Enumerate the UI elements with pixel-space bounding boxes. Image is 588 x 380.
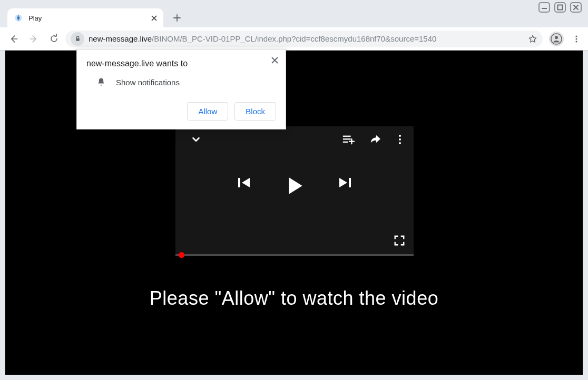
permission-allow-button[interactable]: Allow — [187, 102, 228, 121]
browser-toolbar: new-message.live/BINOM/B_PC-VID-01PP_CL/… — [0, 27, 588, 51]
window-minimize-button[interactable] — [538, 2, 550, 13]
svg-rect-1 — [558, 5, 563, 10]
window-close-button[interactable] — [570, 2, 582, 13]
bell-icon — [96, 77, 106, 87]
share-icon[interactable] — [369, 134, 381, 145]
permission-block-button[interactable]: Block — [234, 102, 276, 121]
svg-point-13 — [399, 135, 401, 137]
svg-point-8 — [575, 38, 577, 39]
tab-favicon-icon — [14, 13, 23, 23]
window-controls — [538, 2, 582, 13]
browser-menu-button[interactable] — [570, 35, 583, 43]
nav-reload-button[interactable] — [45, 31, 62, 47]
site-info-lock-icon[interactable] — [71, 32, 84, 46]
add-to-queue-icon[interactable] — [342, 134, 355, 145]
svg-rect-11 — [343, 138, 351, 139]
tab-strip: Play — [0, 7, 588, 27]
svg-rect-16 — [238, 178, 240, 187]
tab-title: Play — [28, 14, 146, 22]
nav-back-button[interactable] — [5, 31, 22, 47]
svg-point-9 — [575, 41, 577, 42]
next-track-icon[interactable] — [337, 175, 353, 197]
player-menu-icon[interactable] — [396, 134, 404, 145]
svg-point-15 — [399, 142, 401, 144]
progress-thumb[interactable] — [179, 252, 184, 258]
address-bar[interactable]: new-message.live/BINOM/B_PC-VID-01PP_CL/… — [65, 31, 543, 47]
svg-point-14 — [399, 138, 401, 141]
svg-point-3 — [17, 17, 20, 19]
svg-rect-0 — [542, 8, 547, 9]
previous-track-icon[interactable] — [236, 175, 252, 197]
svg-rect-4 — [76, 38, 80, 41]
url-host: new-message.live/BINOM/B_PC-VID-01PP_CL/… — [89, 34, 436, 43]
nav-forward-button[interactable] — [25, 31, 42, 47]
svg-rect-12 — [343, 142, 348, 143]
permission-close-button[interactable] — [271, 57, 278, 64]
new-tab-button[interactable] — [170, 11, 184, 25]
profile-avatar-button[interactable] — [549, 32, 564, 46]
progress-bar[interactable] — [175, 254, 414, 256]
fullscreen-icon[interactable] — [394, 235, 405, 246]
svg-point-6 — [555, 36, 558, 39]
svg-rect-10 — [343, 136, 351, 137]
play-icon[interactable] — [283, 175, 306, 197]
svg-rect-17 — [349, 178, 351, 187]
notification-permission-popup: new-message.live wants to Show notificat… — [76, 49, 286, 129]
video-player[interactable] — [175, 126, 414, 256]
window-maximize-button[interactable] — [554, 2, 566, 13]
chevron-down-icon[interactable] — [190, 134, 202, 145]
permission-item-label: Show notifications — [116, 78, 180, 87]
svg-point-7 — [575, 35, 577, 37]
allow-cta-text: Please "Allow" to watch the video — [5, 287, 583, 309]
tab-close-button[interactable] — [151, 15, 157, 21]
tab-play[interactable]: Play — [7, 8, 163, 27]
permission-title: new-message.live wants to — [86, 59, 276, 68]
bookmark-star-icon[interactable] — [528, 34, 537, 44]
